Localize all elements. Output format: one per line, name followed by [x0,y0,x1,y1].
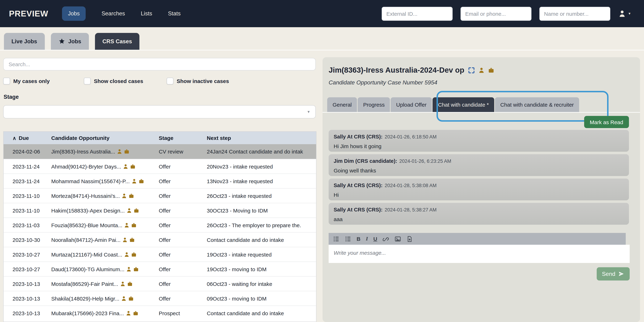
table-row[interactable]: 2023-11-24 Mohammad Nassim(155674)-P... … [4,173,316,188]
external-id-input[interactable] [382,7,453,20]
attach-file-icon[interactable] [406,236,413,242]
person-icon[interactable] [123,164,128,169]
person-icon[interactable] [126,266,132,272]
person-icon[interactable] [121,296,126,301]
table-row[interactable]: 2023-11-24 Ahmad(90142)-Bryter Days... O… [4,159,316,173]
column-header-next-step[interactable]: Next step [207,135,311,141]
my-cases-only-checkbox[interactable] [3,77,10,84]
tab-chat-with-candidate-and-recruiter[interactable]: Chat with candidate & recruiter [495,97,579,112]
person-icon[interactable] [122,193,127,198]
show-inactive-cases-checkbox[interactable] [167,77,174,84]
tab-upload-offer[interactable]: Upload Offer [391,97,432,112]
table-row[interactable]: 2023-11-10 Morteza(84714)-Hussaini's... … [4,188,316,203]
cell-stage: Offer [159,193,207,199]
table-row[interactable]: 2023-10-27 Murtaza(121167)-Mid Coast... … [4,247,316,262]
column-header-due[interactable]: ∧ Due [12,135,51,141]
image-icon[interactable] [394,236,401,242]
briefcase-icon[interactable] [134,208,139,213]
message-timestamp: 2024-01-26, 6:23:25 AM [400,159,451,164]
message-text: Going well thanks [334,167,624,173]
cases-table: ∧ Due Candidate Opportunity Stage Next s… [3,131,316,322]
tab-crs-cases[interactable]: CRS Cases [95,33,140,50]
briefcase-icon[interactable] [127,281,132,286]
table-row[interactable]: 2023-11-03 Fouzia(85632)-Blue Mounta... … [4,217,316,232]
candidate-name: Morteza(84714)-Hussaini's... [51,193,120,199]
mark-as-read-button[interactable]: Mark as Read [584,116,629,128]
case-tab-divider [322,112,640,113]
table-row[interactable]: 2023-10-13 Mubarak(175696)-2023 Fina... … [4,306,316,320]
cell-next-step: 06Oct23 - waiting for intake [207,281,311,287]
navbar-search-group: ▼ [382,0,631,27]
cell-due: 2023-10-13 [12,295,51,302]
tab-chat-with-candidate[interactable]: Chat with candidate * [432,97,494,112]
show-closed-cases-checkbox[interactable] [84,77,91,84]
candidate-name: Jim(8363)-Iress Australia... [51,149,115,155]
tab-general[interactable]: General [327,97,357,112]
italic-icon[interactable]: I [366,236,368,242]
page-title: Jim(8363)-Iress Australia-2024-Dev op [329,66,464,74]
link-icon[interactable] [382,236,389,242]
briefcase-icon[interactable] [133,310,138,316]
table-row[interactable]: 2023-10-30 Noorallah(84712)-Amin Pai... … [4,232,316,247]
briefcase-icon[interactable] [139,178,144,184]
top-navbar: PREVIEW Jobs Searches Lists Stats ▼ [0,0,644,27]
table-row[interactable]: 2023-10-27 Daud(173600)-TG Aluminum... O… [4,262,316,276]
bold-icon[interactable]: B [356,236,360,242]
person-icon[interactable] [117,149,122,154]
briefcase-icon[interactable] [130,164,136,169]
stage-select[interactable]: ▼ [3,105,316,118]
briefcase-icon[interactable] [131,222,137,228]
person-icon[interactable] [124,252,129,257]
message-input[interactable] [329,245,630,263]
column-header-candidate-opportunity[interactable]: Candidate Opportunity [51,135,159,141]
checkbox-label: My cases only [13,78,50,84]
briefcase-icon[interactable] [131,252,136,257]
name-or-number-input[interactable] [539,7,610,20]
briefcase-icon[interactable] [488,67,494,73]
person-icon[interactable] [124,222,130,228]
column-header-stage[interactable]: Stage [159,135,207,141]
briefcase-icon[interactable] [124,149,130,154]
email-or-phone-input[interactable] [460,7,532,20]
message-timestamp: 2024-01-28, 5:38:27 AM [385,207,437,212]
person-icon[interactable] [126,208,132,213]
tab-starred-jobs[interactable]: Jobs [51,33,89,50]
cases-search-input[interactable] [3,58,316,70]
cell-stage: Prospect [159,310,207,316]
nav-item-searches[interactable]: Searches [102,10,125,17]
view-tab-strip: Live Jobs Jobs CRS Cases [4,33,140,50]
table-row[interactable]: 2024-02-06 Jim(8363)-Iress Australia... … [4,144,316,159]
cell-stage: Offer [159,251,207,257]
send-button[interactable]: Send [596,267,630,281]
expand-icon[interactable] [468,67,475,74]
briefcase-icon[interactable] [128,296,134,301]
nav-item-lists[interactable]: Lists [141,10,152,17]
message-header: Jim Dim (CRS candidate):2024-01-26, 6:23… [334,158,624,164]
person-icon[interactable] [132,178,137,184]
nav-item-stats[interactable]: Stats [168,10,180,17]
unordered-list-icon[interactable] [345,236,351,242]
chat-message: Jim Dim (CRS candidate):2024-01-26, 6:23… [329,154,629,176]
table-row[interactable]: 2023-10-13 Shakila(148029)-Help Migr... … [4,291,316,306]
cell-candidate: Mostafa(86529)-Fair Paint... [51,281,159,287]
person-icon[interactable] [126,310,131,316]
cell-due: 2023-11-24 [12,163,51,169]
underline-icon[interactable]: U [373,236,377,242]
table-row[interactable]: 2023-11-10 Hakim(158833)-Apex Design... … [4,203,316,217]
tab-live-jobs[interactable]: Live Jobs [4,33,44,50]
briefcase-icon[interactable] [134,266,139,272]
briefcase-icon[interactable] [130,237,135,242]
person-icon[interactable] [120,281,126,286]
user-menu-button[interactable]: ▼ [618,9,631,18]
ordered-list-icon[interactable] [333,236,340,242]
nav-item-jobs[interactable]: Jobs [62,6,86,21]
person-icon[interactable] [478,67,484,73]
message-sender: Sally At CRS (CRS): [334,134,382,140]
chat-message: Sally At CRS (CRS):2024-01-28, 5:38:27 A… [329,203,629,225]
case-title-row: Jim(8363)-Iress Australia-2024-Dev op [329,66,494,74]
table-row[interactable]: 2023-10-13 Mostafa(86529)-Fair Paint... … [4,276,316,291]
briefcase-icon[interactable] [129,193,134,198]
person-icon[interactable] [122,237,128,242]
cell-next-step: 26Oct23 - The employer to prepare the. [207,222,311,228]
tab-progress[interactable]: Progress [358,97,390,112]
